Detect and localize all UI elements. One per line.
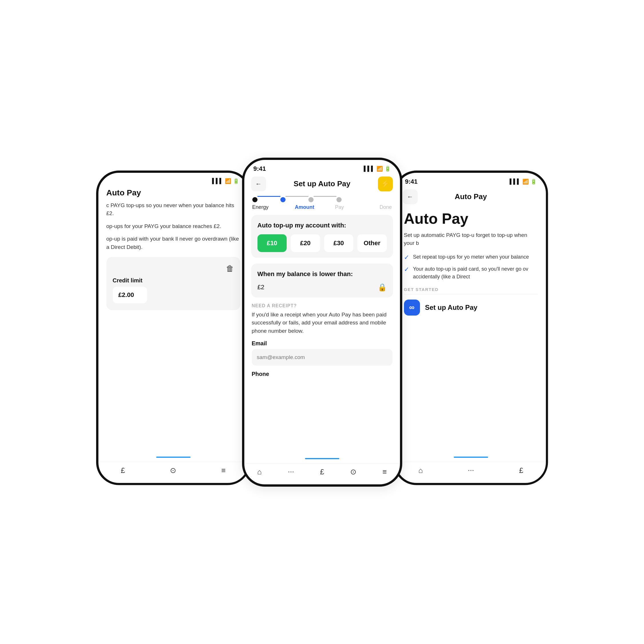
balance-value: £2 [257, 284, 264, 291]
balance-card-title: When my balance is lower than: [257, 270, 387, 278]
step-label-energy: Energy [252, 204, 269, 210]
center-nav-help[interactable]: ⊙ [350, 467, 356, 476]
amount-20-button[interactable]: £20 [291, 234, 320, 252]
right-signal-icon: ▌▌▌ [510, 179, 520, 185]
infinity-icon: ∞ [409, 303, 415, 312]
center-nav-menu[interactable]: ≡ [383, 467, 387, 476]
left-nav-menu[interactable]: ≡ [221, 466, 226, 475]
setup-autopay-button[interactable]: ∞ Set up Auto Pay [404, 300, 477, 316]
left-phone: ▌▌▌ 📶 🔋 Auto Pay c PAYG top-ups so you n… [96, 171, 251, 485]
help-icon: ⊙ [170, 466, 176, 475]
center-help-icon: ⊙ [350, 467, 356, 476]
receipt-desc: If you'd like a receipt when your Auto P… [252, 311, 393, 335]
center-menu-icon: ≡ [383, 467, 387, 476]
left-desc2: op-ups for your PAYG your balance reache… [106, 222, 240, 231]
left-desc3: op-up is paid with your bank ll never go… [106, 235, 240, 251]
back-button[interactable]: ← [251, 177, 266, 191]
left-credit-card: 🗑 Credit limit £2.00 [106, 257, 240, 310]
lock-icon: 🔒 [378, 283, 387, 292]
usage-icon: ⋯ [288, 468, 294, 475]
left-nav-help[interactable]: ⊙ [170, 466, 176, 475]
auto-pay-desc: Set up automatic PAYG top-u forget to to… [404, 231, 538, 247]
step-label-pay: Pay [335, 204, 344, 210]
checkmark-1: ✓ [404, 254, 409, 261]
center-wifi-icon: 📶 [377, 166, 383, 172]
step-line-2 [286, 196, 308, 197]
get-started-label: GET STARTED [404, 287, 538, 292]
scene: ▌▌▌ 📶 🔋 Auto Pay c PAYG top-ups so you n… [0, 0, 644, 644]
menu-icon: ≡ [221, 466, 226, 475]
step-dot-amount [280, 197, 286, 202]
setup-btn-label: Set up Auto Pay [425, 304, 477, 312]
left-page-title: Auto Pay [106, 188, 240, 197]
right-back-icon: ← [407, 193, 413, 201]
credit-limit-label: Credit limit [113, 277, 234, 284]
check-text-1: Set repeat top-ups for yo meter when you… [413, 253, 529, 261]
home-icon: ⌂ [257, 467, 262, 476]
right-header-title: Auto Pay [455, 192, 487, 201]
receipt-label: NEED A RECEIPT? [252, 303, 393, 308]
right-header: ← Auto Pay [396, 187, 546, 207]
step-label-done: Done [379, 204, 392, 210]
right-nav-usage[interactable]: ⋯ [468, 467, 474, 474]
right-content: Auto Pay Set up automatic PAYG top-u for… [396, 207, 546, 316]
left-nav-payments[interactable]: £ [121, 466, 125, 475]
center-status-bar: 9:41 ▌▌▌ 📶 🔋 [244, 160, 400, 174]
step-label-amount: Amount [295, 204, 314, 210]
right-nav-payments[interactable]: £ [519, 466, 523, 475]
credit-limit-value: £2.00 [113, 287, 147, 303]
payments-icon: £ [121, 466, 125, 475]
checkmark-2: ✓ [404, 266, 409, 273]
lightning-icon: ⚡ [381, 179, 390, 188]
amount-card: Auto top-up my account with: £10 £20 £30… [251, 215, 393, 258]
center-nav-payments[interactable]: £ [320, 467, 324, 476]
step-dot-pay [308, 197, 314, 202]
left-status-bar: ▌▌▌ 📶 🔋 [98, 173, 248, 185]
step-line-3 [314, 196, 336, 197]
center-signal-icon: ▌▌▌ [364, 166, 374, 172]
amount-other-button[interactable]: Other [357, 234, 387, 252]
right-status-bar: 9:41 ▌▌▌ 📶 🔋 [396, 173, 546, 187]
center-content: Auto top-up my account with: £10 £20 £30… [244, 212, 400, 457]
email-input[interactable] [252, 349, 393, 366]
amount-card-title: Auto top-up my account with: [257, 222, 387, 229]
right-back-button[interactable]: ← [403, 189, 418, 204]
check-item-1: ✓ Set repeat top-ups for yo meter when y… [404, 253, 538, 261]
get-started-divider [404, 294, 538, 294]
center-battery-icon: 🔋 [385, 166, 391, 172]
center-header: ← Set up Auto Pay ⚡ [244, 174, 400, 194]
balance-row: £2 🔒 [257, 283, 387, 292]
step-line-1 [257, 196, 280, 197]
right-nav-home[interactable]: ⌂ [418, 466, 423, 475]
center-nav-home[interactable]: ⌂ [257, 467, 262, 476]
amount-30-button[interactable]: £30 [324, 234, 354, 252]
check-text-2: Your auto top-up is paid card, so you'll… [413, 265, 538, 281]
phone-field-label: Phone [252, 371, 393, 377]
header-title: Set up Auto Pay [294, 179, 350, 188]
center-phone: 9:41 ▌▌▌ 📶 🔋 ← Set up Auto Pay ⚡ [242, 158, 402, 487]
trash-icon[interactable]: 🗑 [226, 264, 234, 273]
right-home-icon: ⌂ [418, 466, 423, 475]
wifi-icon: 📶 [225, 178, 231, 184]
left-desc1: c PAYG top-ups so you never when your ba… [106, 201, 240, 218]
stepper-labels: Energy Amount Pay Done [244, 204, 400, 210]
step-dot-done [336, 197, 342, 202]
battery-icon: 🔋 [233, 178, 239, 184]
left-bottom-nav: £ ⊙ ≡ [98, 462, 248, 483]
signal-icon: ▌▌▌ [212, 178, 223, 184]
amount-10-button[interactable]: £10 [257, 234, 287, 252]
step-dot-energy [252, 197, 257, 202]
check-item-2: ✓ Your auto top-up is paid card, so you'… [404, 265, 538, 281]
email-field-label: Email [252, 340, 393, 347]
auto-pay-title: Auto Pay [404, 210, 538, 227]
center-bottom-nav: ⌂ ⋯ £ ⊙ ≡ [244, 463, 400, 484]
lightning-button[interactable]: ⚡ [378, 177, 393, 191]
left-content: Auto Pay c PAYG top-ups so you never whe… [98, 185, 248, 310]
right-time: 9:41 [405, 178, 418, 185]
right-wifi-icon: 📶 [522, 179, 529, 185]
center-nav-usage[interactable]: ⋯ [288, 468, 294, 475]
back-icon: ← [255, 180, 262, 188]
receipt-section: NEED A RECEIPT? If you'd like a receipt … [251, 303, 393, 378]
center-time: 9:41 [253, 165, 266, 173]
right-bottom-nav: ⌂ ⋯ £ [396, 462, 546, 483]
